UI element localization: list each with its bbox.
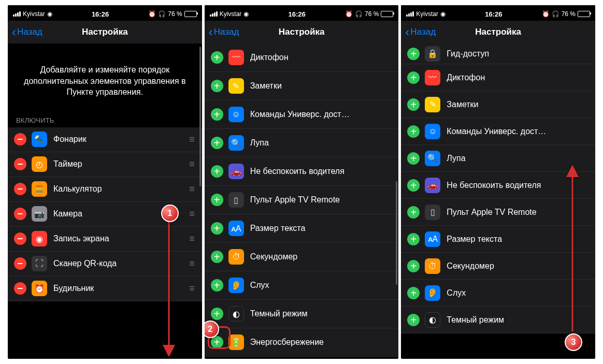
row-label: Гид-доступ (447, 49, 589, 59)
row-label: Слух (250, 281, 393, 290)
signal-icon (13, 11, 21, 17)
add-button[interactable] (407, 314, 420, 326)
remove-button[interactable] (14, 208, 26, 220)
back-button[interactable]: ‹ Назад (405, 26, 436, 38)
add-button[interactable] (211, 51, 223, 64)
app-icon: ☺ (425, 124, 440, 139)
list-item[interactable]: 🔒 Гид-доступ (401, 43, 595, 64)
add-button[interactable] (407, 125, 420, 138)
remove-button[interactable] (14, 232, 26, 245)
add-button[interactable] (211, 108, 223, 121)
list-item[interactable]: 〰 Диктофон (205, 43, 399, 72)
add-button[interactable] (211, 80, 223, 92)
app-icon: 〰 (228, 50, 244, 65)
status-bar: Kyivstar ◉ 16:26 ⏰ 🎧 76 % (401, 5, 595, 21)
list-item[interactable]: ᴀA Размер текста (205, 214, 399, 243)
add-button[interactable] (407, 287, 420, 299)
app-icon: 🚗 (425, 178, 440, 193)
row-label: Лупа (447, 154, 589, 163)
app-icon: ✎ (425, 97, 440, 112)
app-icon: 🔒 (425, 46, 440, 62)
list-item[interactable]: 🔍 Лупа (205, 129, 399, 157)
nav-bar: ‹ Назад Настройка (8, 21, 202, 43)
headphones-icon: 🎧 (158, 10, 166, 18)
row-label: Пульт Apple TV Remote (250, 195, 393, 205)
app-icon: ◴ (32, 156, 47, 172)
reorder-icon[interactable]: ≡ (189, 134, 196, 145)
row-label: Калькулятор (53, 184, 189, 194)
add-button[interactable] (211, 336, 223, 348)
page-title: Настройка (82, 27, 128, 37)
row-label: Секундомер (250, 252, 393, 261)
list-item[interactable]: ✎ Заметки (401, 91, 595, 118)
row-label: Диктофон (250, 53, 393, 62)
list-item[interactable]: ☺ Команды Универс. дост… (401, 118, 595, 145)
clock: 16:26 (485, 10, 502, 18)
add-button[interactable] (407, 152, 420, 165)
callout-3: 3 (565, 333, 582, 351)
add-button[interactable] (211, 137, 223, 149)
back-button[interactable]: ‹ Назад (209, 26, 239, 38)
battery-pct: 76 % (365, 10, 379, 18)
add-button[interactable] (407, 260, 420, 272)
remove-button[interactable] (14, 257, 26, 270)
add-button[interactable] (211, 308, 223, 320)
add-button[interactable] (407, 206, 420, 219)
section-header-include: ВКЛЮЧИТЬ (8, 113, 202, 127)
remove-button[interactable] (14, 282, 26, 295)
add-button[interactable] (407, 179, 420, 192)
list-item[interactable]: 🔋 Энергосбережение (205, 328, 399, 357)
list-item[interactable]: 🔦 Фонарик ≡ (8, 127, 202, 152)
add-button[interactable] (407, 233, 420, 245)
battery-pct: 76 % (562, 10, 576, 18)
add-button[interactable] (211, 251, 223, 263)
add-button[interactable] (211, 279, 223, 292)
add-button[interactable] (211, 222, 223, 235)
wifi-icon: ◉ (440, 10, 446, 18)
row-label: Размер текста (250, 224, 393, 233)
remove-button[interactable] (14, 158, 26, 170)
carrier-label: Kyivstar (23, 10, 45, 18)
remove-button[interactable] (14, 133, 26, 145)
list-item[interactable]: ◐ Темный режим (205, 300, 399, 328)
phone-screen-1: Kyivstar ◉ 16:26 ⏰ 🎧 76 % ‹ Назад Настро… (8, 5, 202, 359)
scrollbar[interactable] (199, 47, 201, 186)
list-item[interactable]: ◴ Таймер ≡ (8, 152, 202, 177)
app-icon: 👂 (425, 285, 440, 301)
row-label: Не беспокоить водителя (250, 167, 393, 176)
wifi-icon: ◉ (47, 10, 52, 18)
back-button[interactable]: ‹ Назад (12, 26, 42, 38)
reorder-icon[interactable]: ≡ (189, 184, 196, 195)
battery-icon (578, 11, 590, 17)
list-item[interactable]: ☺ Команды Универс. дост… (205, 100, 399, 129)
list-item[interactable]: 👂 Слух (205, 271, 399, 300)
remove-button[interactable] (14, 183, 26, 195)
app-icon: ▯ (425, 205, 440, 220)
list-item[interactable]: ✎ Заметки (205, 72, 399, 100)
reorder-icon[interactable]: ≡ (189, 209, 196, 220)
add-button[interactable] (211, 194, 223, 206)
list-item[interactable]: 〰 Диктофон (401, 64, 595, 91)
scrollbar[interactable] (396, 181, 397, 285)
list-item[interactable]: ▯ Пульт Apple TV Remote (205, 186, 399, 214)
reorder-icon[interactable]: ≡ (189, 234, 196, 244)
list-item[interactable]: 🧮 Калькулятор ≡ (8, 177, 202, 202)
callout-1: 1 (161, 205, 179, 222)
add-button[interactable] (211, 165, 223, 178)
clock: 16:26 (92, 10, 109, 18)
list-item[interactable]: 🚗 Не беспокоить водителя (205, 157, 399, 186)
nav-bar: ‹ Назад Настройка (401, 21, 595, 43)
reorder-icon[interactable]: ≡ (189, 159, 196, 170)
app-icon: 👂 (228, 278, 244, 293)
row-label: Команды Универс. дост… (250, 110, 393, 119)
app-icon: ◐ (228, 306, 244, 322)
add-button[interactable] (407, 48, 420, 60)
row-label: Таймер (53, 159, 189, 169)
app-icon: ⏱ (228, 249, 244, 265)
reorder-icon[interactable]: ≡ (189, 258, 196, 269)
headphones-icon: 🎧 (355, 10, 363, 18)
reorder-icon[interactable]: ≡ (189, 283, 196, 294)
list-item[interactable]: ⏱ Секундомер (205, 243, 399, 271)
add-button[interactable] (407, 98, 420, 111)
add-button[interactable] (407, 71, 420, 84)
